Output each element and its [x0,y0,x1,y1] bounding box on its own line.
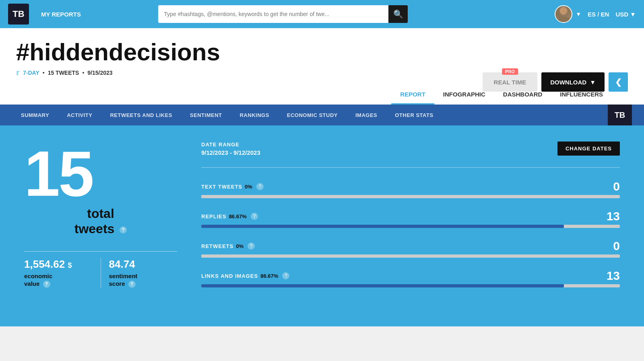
subnav-activity[interactable]: ACTIVITY [58,105,101,125]
share-icon: ❮ [615,77,622,87]
change-dates-button[interactable]: CHANGE DATES [557,142,620,156]
metric-count-replies: 13 [607,210,620,222]
economic-value: 1,554.62 $ [24,258,93,271]
svg-point-2 [560,7,567,14]
metric-pct-links-images: 86.67% [260,273,278,279]
date-subtitle: 9/15/2023 [87,70,112,76]
metric-links-images-header: LINKS AND IMAGES 86.67% ? 13 [201,270,620,282]
search-button[interactable]: 🔍 [388,5,408,23]
metric-name-links-images: LINKS AND IMAGES [201,273,258,279]
links-images-progress-bg [201,284,620,287]
svg-point-1 [556,16,571,23]
subnav-images[interactable]: IMAGES [347,105,386,125]
retweets-progress-bg [201,254,620,258]
subnav-economic-study[interactable]: ECONOMIC STUDY [278,105,347,125]
top-nav: TB MY REPORTS 🔍 ▼ ES / EN USD ▼ [0,0,644,28]
subnav-sentiment[interactable]: SENTIMENT [181,105,231,125]
metric-text-tweets: TEXT TWEETS 0% ? 0 [201,180,620,198]
my-reports-link[interactable]: MY REPORTS [41,11,81,18]
total-tweets-label: total tweets ? [24,206,177,237]
date-range-info: DATE RANGE 9/12/2023 - 9/12/2023 [201,142,260,156]
subnav-other-stats[interactable]: OTHER STATS [386,105,442,125]
metric-name-text-tweets: TEXT TWEETS [201,184,242,190]
metric-links-images-left: LINKS AND IMAGES 86.67% ? [201,272,289,279]
metric-replies: REPLIES 86.67% ? 13 [201,210,620,228]
total-tweets-number: 15 [24,142,177,206]
right-panel: DATE RANGE 9/12/2023 - 9/12/2023 CHANGE … [201,142,620,310]
sentiment-score-block: 84.74 sentiment score ? [101,258,178,288]
dot-separator: • [43,70,45,76]
metric-retweets-left: RETWEETS 0% ? [201,242,255,250]
download-button[interactable]: DOWNLOAD ▼ [541,72,605,92]
date-divider [201,167,620,168]
dot-separator-2: • [82,70,84,76]
subnav-logo-text: TB [615,111,625,120]
metric-pct-replies: 86.67% [229,213,247,219]
avatar[interactable] [555,5,572,23]
date-range-label: DATE RANGE [201,142,260,148]
currency-chevron-icon: ▼ [630,11,636,18]
replies-help-icon[interactable]: ? [251,213,258,220]
metric-pct-retweets: 0% [236,243,244,249]
currency-switcher[interactable]: USD ▼ [615,11,636,18]
real-time-button[interactable]: PRO REAL TIME [483,72,538,92]
links-images-progress-fill [201,284,564,287]
main-content: 15 total tweets ? 1,554.62 $ economic va… [0,125,644,326]
metric-name-retweets: RETWEETS [201,243,233,249]
text-tweets-progress-bg [201,195,620,198]
metric-count-retweets: 0 [613,240,620,252]
twitter-icon: 𝕣 [16,68,20,77]
subnav-logo: TB [608,105,632,125]
metric-links-images: LINKS AND IMAGES 86.67% ? 13 [201,270,620,287]
search-input[interactable] [158,5,388,23]
date-range-row: DATE RANGE 9/12/2023 - 9/12/2023 CHANGE … [201,142,620,156]
metric-left: TEXT TWEETS 0% ? [201,183,264,190]
metric-pct-text-tweets: 0% [245,184,252,190]
text-tweets-help-icon[interactable]: ? [256,183,264,190]
metric-retweets: RETWEETS 0% ? 0 [201,240,620,258]
sentiment-value: 84.74 [109,258,178,271]
avatar-chevron-icon[interactable]: ▼ [576,11,581,17]
metric-retweets-header: RETWEETS 0% ? 0 [201,240,620,252]
replies-progress-fill [201,225,564,228]
download-chevron-icon: ▼ [590,79,596,86]
date-range-value: 9/12/2023 - 9/12/2023 [201,149,260,156]
panel-divider [24,251,177,252]
header-controls: PRO REAL TIME DOWNLOAD ▼ ❮ [483,72,628,92]
avatar-image [555,6,572,22]
replies-progress-bg [201,225,620,228]
language-switcher[interactable]: ES / EN [588,11,609,18]
search-icon: 🔍 [393,9,403,19]
metric-name-replies: REPLIES [201,213,227,219]
period-label[interactable]: 7-DAY [23,70,39,76]
sentiment-label: sentiment score ? [109,272,178,288]
pro-badge: PRO [502,68,518,75]
links-images-help-icon[interactable]: ? [282,272,289,279]
sentiment-help-icon[interactable]: ? [128,281,136,288]
extra-action-button[interactable]: ❮ [609,72,628,92]
retweets-help-icon[interactable]: ? [248,242,255,250]
tweets-help-icon[interactable]: ? [120,226,127,234]
metric-count-text-tweets: 0 [613,180,620,193]
metric-count-links-images: 13 [607,270,620,282]
left-panel: 15 total tweets ? 1,554.62 $ economic va… [24,142,177,310]
metric-replies-header: REPLIES 86.67% ? 13 [201,210,620,222]
metric-text-tweets-header: TEXT TWEETS 0% ? 0 [201,180,620,193]
subnav-rankings[interactable]: RANKINGS [231,105,278,125]
sub-nav: SUMMARY ACTIVITY RETWEETS AND LIKES SENT… [0,105,644,125]
subnav-summary[interactable]: SUMMARY [12,105,58,125]
economic-help-icon[interactable]: ? [43,281,50,288]
hashtag-title: #hiddendecisions [16,40,628,64]
stats-row: 1,554.62 $ economic value ? 84.74 sentim… [24,258,177,288]
tab-report[interactable]: REPORT [391,85,434,105]
tweet-count-subtitle: 15 TWEETS [48,70,79,76]
economic-value-block: 1,554.62 $ economic value ? [24,258,101,288]
search-bar: 🔍 [158,5,408,23]
nav-right: ▼ ES / EN USD ▼ [555,5,636,23]
economic-label: economic value ? [24,272,93,288]
metric-replies-left: REPLIES 86.67% ? [201,213,258,220]
logo-text: TB [12,9,24,19]
page-header: #hiddendecisions 𝕣 7-DAY • 15 TWEETS • 9… [0,28,644,105]
logo[interactable]: TB [8,4,29,25]
subnav-retweets-likes[interactable]: RETWEETS AND LIKES [101,105,181,125]
